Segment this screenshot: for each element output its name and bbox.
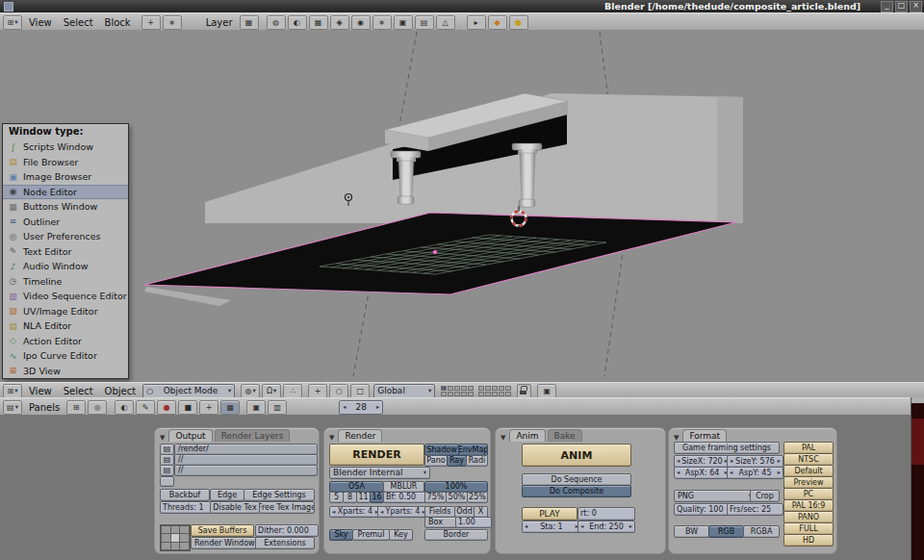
manipulator-icon[interactable]: + — [141, 15, 161, 30]
border-toggle[interactable]: Border — [424, 529, 488, 541]
editing-icon[interactable]: + — [199, 400, 218, 415]
game-framing-button[interactable]: Game framing settings — [674, 442, 780, 454]
close-button[interactable]: × — [910, 1, 922, 13]
menu-object[interactable]: Object — [100, 386, 141, 396]
lock-icon[interactable] — [517, 384, 531, 398]
expand-button[interactable] — [160, 476, 174, 487]
layer-toggle[interactable] — [461, 386, 467, 391]
bw-toggle[interactable]: BW — [674, 525, 709, 538]
layer-toggle[interactable] — [505, 392, 511, 396]
osa-8-button[interactable]: 8 — [343, 492, 357, 503]
layer-toggle[interactable] — [461, 392, 467, 396]
play-button[interactable]: PLAY — [522, 507, 578, 521]
layer-toggle[interactable] — [492, 386, 498, 391]
engine-dropdown[interactable]: Blender Internal ▾ — [329, 467, 430, 479]
layer-toggle[interactable] — [441, 392, 447, 396]
keyframe-icon[interactable]: ◆ — [488, 15, 507, 30]
snap-element-icon[interactable]: ◈ — [330, 15, 349, 30]
median-point-icon[interactable]: ∴ — [283, 384, 302, 398]
menu-item-file-browser[interactable]: ▤ File Browser — [3, 155, 128, 170]
normals-icon[interactable]: △ — [436, 15, 455, 30]
size-50-button[interactable]: 50% — [446, 492, 468, 503]
rgba-toggle[interactable]: RGBA — [743, 525, 780, 538]
shading-icon[interactable]: ◍ — [267, 15, 286, 30]
lattice-icon[interactable]: ▤ — [415, 15, 434, 30]
rgb-toggle[interactable]: RGB — [708, 525, 744, 538]
layer-toggle[interactable] — [468, 392, 474, 396]
frame-stepper[interactable]: ◂ 28 ▸ — [339, 400, 383, 415]
script-icon[interactable]: ✎ — [136, 400, 155, 415]
collapse-icon[interactable]: ▼ — [674, 434, 679, 442]
menu-item-uv-image-editor[interactable]: ▨ UV/Image Editor — [3, 304, 128, 319]
orbit-icon[interactable]: ◐ — [288, 15, 307, 30]
menu-panels[interactable]: Panels — [24, 402, 64, 413]
preset-hd-button[interactable]: HD — [783, 534, 834, 547]
aspy-field[interactable]: ◂ AspY: 45 ▸ — [727, 467, 783, 479]
minimize-button[interactable]: _ — [881, 1, 893, 13]
edge-toggle[interactable]: Edge — [210, 489, 244, 501]
render-display-grid[interactable] — [160, 524, 191, 551]
window-type-button[interactable]: ▤ ▾ — [3, 400, 22, 415]
viewport-3d[interactable]: Window type: ∫ Scripts Window ▤ File Bro… — [0, 30, 924, 382]
menu-select[interactable]: Select — [59, 386, 98, 396]
menu-item-video-sequence-editor[interactable]: ▥ Video Sequence Editor — [3, 289, 128, 304]
shading-icon[interactable]: ● — [157, 400, 176, 415]
menu-item-text-editor[interactable]: ✎ Text Editor — [3, 244, 128, 260]
disable-tex-toggle[interactable]: Disable Tex — [210, 501, 260, 514]
align-icon[interactable]: ⊞ — [66, 400, 86, 415]
ray-toggle[interactable]: Ray — [447, 455, 467, 467]
pano-toggle[interactable]: Pano — [424, 455, 448, 467]
size-25-button[interactable]: 25% — [467, 492, 488, 503]
camera-icon[interactable]: ▣ — [394, 15, 413, 30]
layer-toggle[interactable] — [499, 386, 504, 391]
layer-toggle[interactable] — [485, 386, 491, 391]
backbuf-toggle[interactable]: Backbuf — [160, 489, 210, 501]
xparts-field[interactable]: ◂ Xparts: 4 ▸ — [329, 506, 381, 518]
radi-toggle[interactable]: Radi — [466, 455, 488, 467]
grid-icon[interactable]: ▦ — [309, 15, 328, 30]
snap-icon[interactable]: ∗ — [163, 15, 182, 30]
save-buffers-button[interactable]: Save Buffers — [191, 524, 254, 537]
menu-item-nla-editor[interactable]: ▤ NLA Editor — [3, 318, 128, 334]
layer-toggle[interactable] — [478, 386, 484, 391]
bf-slider[interactable]: Bf: 0.50 — [383, 492, 428, 503]
key-toggle[interactable]: Key — [389, 529, 413, 541]
record-icon[interactable]: ● — [509, 15, 528, 30]
window-type-button[interactable]: ⊞ ▾ — [3, 384, 22, 398]
osa-16-button[interactable]: 16 — [370, 492, 384, 503]
menu-item-buttons-window[interactable]: ▦ Buttons Window — [3, 199, 128, 215]
menu-item-node-editor[interactable]: ◉ Node Editor — [3, 185, 128, 200]
crop-toggle[interactable]: Crop — [750, 490, 780, 502]
scene-icon[interactable]: ▦ — [220, 400, 240, 415]
osa-5-button[interactable]: 5 — [329, 492, 344, 503]
collapse-icon[interactable]: ▼ — [160, 434, 165, 442]
orientation-dropdown[interactable]: Global ▾ — [373, 384, 435, 398]
frs-sec-field[interactable]: Frs/sec: 25 — [727, 503, 783, 516]
sequence-sub-icon[interactable]: ▥ — [268, 400, 287, 415]
threads-field[interactable]: Threads: 1 — [160, 501, 214, 514]
sky-toggle[interactable]: Sky — [329, 529, 353, 541]
tab-bake[interactable]: Bake — [548, 429, 582, 442]
window-type-button[interactable]: ⊞ ▾ — [3, 15, 22, 30]
tab-format[interactable]: Format — [682, 429, 727, 442]
playback-icon[interactable]: ▸ — [467, 15, 486, 30]
render-sub-icon[interactable]: ▣ — [246, 400, 266, 415]
layer-toggle[interactable] — [499, 392, 504, 396]
stepper-right-icon[interactable]: ▸ — [376, 403, 379, 411]
menu-item-timeline[interactable]: ◷ Timeline — [3, 274, 128, 290]
render-preview-icon[interactable]: ▣ — [537, 384, 556, 398]
filetype-dropdown[interactable]: PNG ▾ — [674, 490, 756, 502]
layer-toggle[interactable] — [448, 392, 453, 396]
layer-toggle[interactable] — [478, 392, 484, 396]
render-window-dropdown[interactable]: Render Window ▾ — [191, 537, 260, 549]
menu-item-ipo-curve-editor[interactable]: ∿ Ipo Curve Editor — [3, 348, 128, 364]
layer-toggle[interactable] — [485, 392, 491, 396]
menu-item-3d-view[interactable]: ⊞ 3D View — [3, 364, 128, 379]
premul-toggle[interactable]: Premul — [352, 529, 390, 541]
layer-toggle[interactable] — [505, 386, 511, 391]
collapse-icon[interactable]: ▼ — [329, 434, 334, 442]
menu-block[interactable]: Block — [100, 17, 136, 28]
menu-item-action-editor[interactable]: ◇ Action Editor — [3, 334, 128, 349]
rotate-manipulator-icon[interactable]: ○ — [329, 384, 348, 398]
file-select-icon[interactable]: ▤ — [160, 465, 174, 476]
